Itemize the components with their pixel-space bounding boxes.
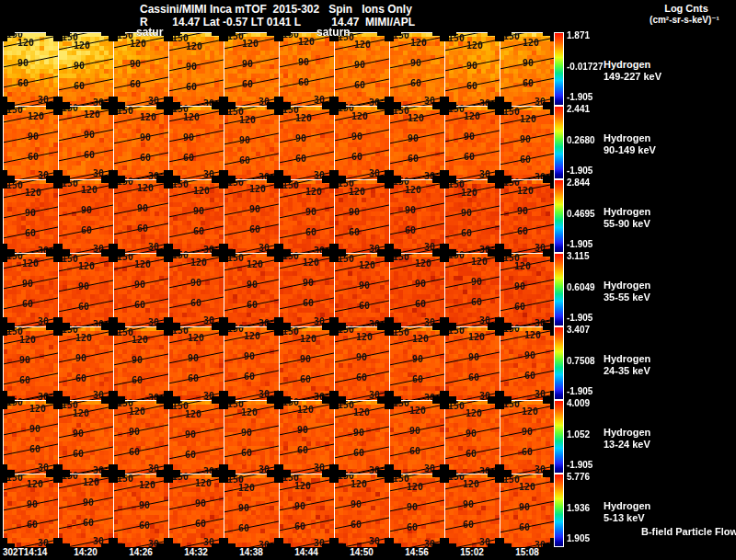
time-tick: 14:50 [334, 547, 389, 557]
colorbar-tick-max: 5.776 [567, 472, 590, 482]
colorbar [554, 400, 564, 474]
colorbar [554, 326, 564, 400]
time-tick: 14:38 [224, 547, 279, 557]
time-tick: 14:56 [389, 547, 444, 557]
colorbar-tick-mid: 0.6049 [567, 282, 595, 292]
colorbar-tick-min: 1.905 [567, 533, 590, 543]
colorbar-tick-mid: 0.2680 [567, 135, 595, 145]
colorbar [554, 253, 564, 326]
channel-species-label: Hydrogen [604, 132, 650, 143]
time-tick: 14:44 [279, 547, 334, 557]
time-tick: 15:02 [444, 547, 500, 557]
colorbar-tick-max: 3.115 [567, 251, 589, 261]
colorbar [554, 106, 564, 179]
time-tick: 302T14:14 [3, 547, 47, 557]
channel-species-label: Hydrogen [604, 206, 650, 217]
channel-species-label: Hydrogen [604, 59, 650, 70]
ephemeris-line: R 14.47 Lat -0.57 LT 0141 L 14.47 MIMI/A… [140, 16, 415, 29]
heatmap-panels-canvas [3, 32, 555, 547]
colorbar-tick-max: 4.009 [567, 398, 590, 408]
channel-energy-label: 24-35 keV [604, 365, 650, 376]
colorbar-tick-max: 2.441 [567, 104, 590, 114]
colorbar-tick-min: -1.905 [567, 92, 592, 102]
time-axis: 302T14:14 14:20 14:26 14:32 14:38 14:44 … [0, 547, 736, 560]
colorbar-tick-max: 3.407 [567, 325, 590, 335]
time-tick: 14:20 [58, 547, 113, 557]
saturn-annotation-right: saturn [316, 26, 351, 39]
channel-energy-label: 35-55 keV [604, 291, 650, 303]
plot-title: Cassini/MIMI Inca mTOF 2015-302 Spin Ion… [140, 3, 412, 16]
channel-energy-label: 90-149 keV [604, 144, 656, 155]
colorbar-tick-min: -1.905 [567, 460, 592, 470]
colorbar-tick-min: -1.905 [567, 166, 592, 176]
time-tick: 14:32 [168, 547, 224, 557]
time-tick: 14:26 [113, 547, 168, 557]
colorbar-tick-min: -1.905 [567, 386, 592, 396]
colorbar-tick-mid: 1.936 [567, 503, 590, 513]
colorbar-tick-mid: 1.052 [567, 429, 590, 440]
channel-species-label: Hydrogen [604, 353, 650, 364]
colorbar [554, 32, 564, 106]
colorbar [554, 474, 564, 547]
colorbar-units: (cm²-sr-s-keV)⁻¹ [633, 15, 736, 25]
bfield-particle-flow-label: B-field Particle Flow [641, 526, 736, 537]
colorbar-tick-min: -1.905 [567, 313, 592, 323]
channel-species-label: Hydrogen [604, 500, 650, 511]
colorbar-tick-mid: 0.7508 [567, 356, 595, 366]
colorbar-tick-max: 1.871 [567, 30, 590, 40]
channel-energy-label: 13-24 keV [604, 439, 650, 450]
channel-energy-label: 55-90 keV [604, 218, 650, 229]
colorbar-tick-mid: 0.4695 [567, 209, 595, 219]
channel-species-label: Hydrogen [604, 280, 650, 291]
colorbar-tick-max: 2.844 [567, 177, 590, 188]
colorbar-title: Log Cnts [644, 3, 729, 14]
channel-species-label: Hydrogen [604, 427, 650, 438]
saturn-annotation-left: satur [136, 26, 163, 39]
channel-energy-label: 5-13 keV [604, 512, 645, 523]
plot-root: Cassini/MIMI Inca mTOF 2015-302 Spin Ion… [0, 0, 736, 560]
channel-energy-label: 149-227 keV [604, 71, 661, 82]
colorbar [554, 179, 564, 253]
colorbar-tick-min: -1.905 [567, 239, 592, 249]
time-tick: 15:08 [500, 547, 555, 557]
colorbar-tick-mid: -0.01727 [567, 62, 603, 72]
